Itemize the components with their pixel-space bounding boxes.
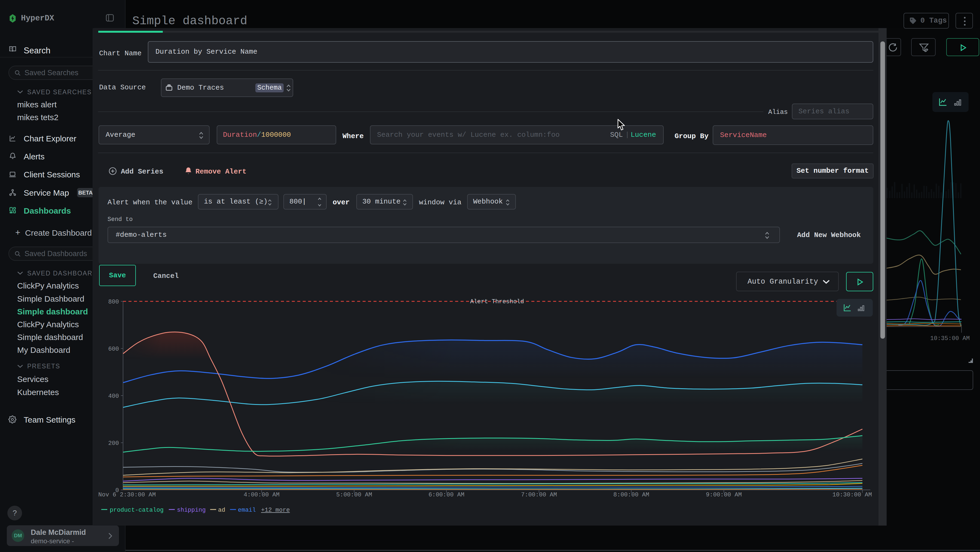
svg-text:email: email: [238, 507, 256, 514]
svg-text:ad: ad: [218, 507, 225, 514]
svg-text:800: 800: [108, 298, 119, 305]
svg-text:4:00:00 AM: 4:00:00 AM: [243, 491, 280, 498]
svg-text:shipping: shipping: [177, 507, 206, 514]
svg-text:10:35:00 AM: 10:35:00 AM: [930, 335, 970, 341]
svg-text:Alert Threshold: Alert Threshold: [470, 298, 524, 305]
svg-text:product-catalog: product-catalog: [110, 507, 164, 514]
svg-text:Nov 6 2:30:00 AM: Nov 6 2:30:00 AM: [98, 491, 156, 498]
svg-text:600: 600: [108, 346, 119, 353]
svg-text:7:00:00 AM: 7:00:00 AM: [521, 491, 557, 498]
svg-text:5:00:00 AM: 5:00:00 AM: [336, 491, 372, 498]
svg-text:8:00:00 AM: 8:00:00 AM: [613, 491, 649, 498]
svg-text:9:00:00 AM: 9:00:00 AM: [706, 491, 742, 498]
svg-text:6:00:00 AM: 6:00:00 AM: [428, 491, 465, 498]
svg-text:+12 more: +12 more: [261, 507, 290, 514]
svg-text:400: 400: [108, 393, 119, 400]
svg-text:200: 200: [108, 440, 119, 447]
svg-text:10:30:00 AM: 10:30:00 AM: [832, 491, 872, 498]
